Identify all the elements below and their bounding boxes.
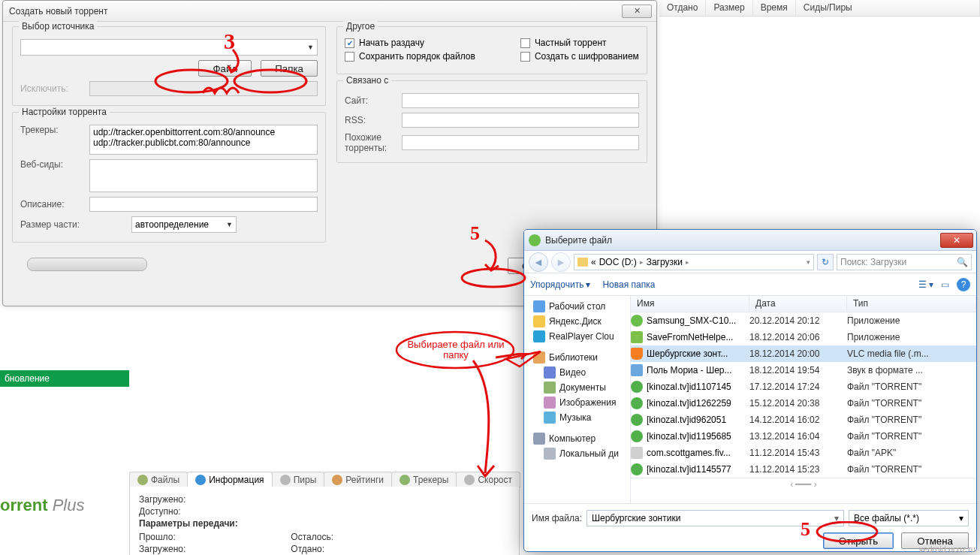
view-button[interactable]: ☰ ▾	[918, 279, 933, 290]
breadcrumb[interactable]: « DOC (D:) ▸ Загрузки ▸ ▾	[574, 254, 814, 270]
file-row[interactable]: [kinozal.tv]id96205114.12.2014 16:02Файл…	[631, 412, 976, 428]
tree-node[interactable]: Компьютер	[526, 431, 629, 446]
file-row[interactable]: com.scottgames.fiv...11.12.2014 15:43Фай…	[631, 445, 976, 461]
exclude-label: Исключить:	[20, 83, 83, 94]
tree-node[interactable]: Видео	[526, 365, 629, 380]
tab-trackers[interactable]: Трекеры	[391, 472, 457, 487]
folder-icon	[533, 315, 545, 327]
keep-order-label: Сохранить порядок файлов	[359, 51, 475, 62]
description-input[interactable]	[89, 197, 318, 212]
open-button[interactable]: Открыть	[823, 532, 894, 549]
file-icon	[631, 414, 643, 426]
file-row[interactable]: SaveFromNetHelpe...18.12.2014 20:06Прило…	[631, 329, 976, 345]
crumb-drive[interactable]: DOC (D:)	[599, 257, 637, 267]
crumb-folder[interactable]: Загрузки	[647, 257, 683, 267]
refresh-button[interactable]: ↻	[817, 254, 834, 270]
file-icon	[631, 447, 643, 459]
nav-forward-button[interactable]: ►	[551, 252, 571, 272]
dialog-title: Создать новый торрент	[3, 6, 107, 17]
col-time[interactable]: Время	[753, 0, 796, 16]
file-row[interactable]: Поль Мориа - Шер...18.12.2014 19:54Звук …	[631, 362, 976, 379]
encrypt-label: Создать с шифрованием	[535, 51, 639, 62]
files-icon	[137, 475, 148, 485]
dialog-titlebar: Создать новый торрент ✕	[3, 1, 656, 22]
close-icon[interactable]: ✕	[622, 5, 652, 18]
filetype-combo[interactable]: Все файлы (*.*)▾	[849, 510, 969, 526]
related-group: Связано с Сайт: RSS: Похожие торренты:	[336, 80, 647, 163]
arrange-button[interactable]: Упорядочить ▾	[530, 279, 590, 290]
file-icon	[631, 315, 643, 327]
file-row[interactable]: [kinozal.tv]id114557711.12.2014 15:23Фай…	[631, 461, 976, 478]
col-date[interactable]: Дата	[749, 296, 847, 312]
site-label: Сайт:	[345, 95, 396, 106]
start-seed-label: Начать раздачу	[359, 38, 424, 48]
start-seed-checkbox[interactable]	[345, 38, 354, 48]
info-dl2: Загружено:	[139, 544, 185, 554]
file-list: Имя Дата Тип Samsung_SMX-C10...20.12.201…	[631, 296, 976, 503]
tree-node[interactable]: Библиотеки	[526, 350, 629, 365]
info-transfer-title: Параметры передачи:	[139, 518, 510, 529]
filename-input[interactable]: Шербургские зонтики▾	[586, 510, 844, 526]
tab-ratings[interactable]: Рейтинги	[324, 472, 392, 487]
folder-tree[interactable]: Рабочий столЯндекс.ДискRealPlayer ClouБи…	[524, 296, 631, 503]
tree-node[interactable]: RealPlayer Clou	[526, 329, 629, 344]
file-row[interactable]: [kinozal.tv]id110714517.12.2014 17:24Фай…	[631, 379, 976, 395]
private-label: Частный торрент	[535, 38, 607, 48]
file-row[interactable]: [kinozal.tv]id126225915.12.2014 20:38Фай…	[631, 395, 976, 412]
create-progress	[27, 258, 147, 271]
col-name[interactable]: Имя	[631, 296, 749, 312]
new-folder-button[interactable]: Новая папка	[602, 279, 655, 290]
choose-file-button[interactable]: Файл	[198, 60, 252, 77]
file-row[interactable]: Samsung_SMX-C10...20.12.2014 20:12Прилож…	[631, 312, 976, 329]
piece-size-combo[interactable]: автоопределение ▼	[131, 216, 237, 233]
col-seeds[interactable]: Сиды/Пиры	[796, 0, 980, 16]
folder-icon	[533, 351, 545, 363]
col-type[interactable]: Тип	[847, 296, 976, 312]
scroll-indicator[interactable]: ‹ ━━━ ›	[631, 478, 976, 490]
folder-icon	[544, 412, 556, 424]
site-input[interactable]	[402, 93, 639, 108]
chevron-down-icon[interactable]: ▾	[807, 258, 810, 266]
detail-tabs: Файлы Информация Пиры Рейтинги Трекеры С…	[129, 472, 520, 488]
tree-node[interactable]: Документы	[526, 380, 629, 395]
file-icon	[631, 364, 643, 376]
source-combo[interactable]: ▼	[20, 39, 318, 56]
tree-node[interactable]: Музыка	[526, 410, 629, 425]
file-row[interactable]: Шербургские зонт...18.12.2014 20:00VLC m…	[631, 345, 976, 362]
file-row[interactable]: [kinozal.tv]id119568513.12.2014 16:04Фай…	[631, 428, 976, 445]
tree-node[interactable]: Локальный ди	[526, 446, 629, 461]
file-icon	[631, 381, 643, 393]
chevron-right-icon: ▸	[686, 258, 689, 266]
col-size[interactable]: Размер	[706, 0, 752, 16]
chevron-down-icon[interactable]: ▾	[834, 513, 839, 523]
nav-back-button[interactable]: ◄	[529, 252, 548, 272]
keep-order-checkbox[interactable]	[345, 52, 354, 62]
settings-group-title: Настройки торрента	[19, 107, 110, 117]
rss-input[interactable]	[402, 113, 639, 128]
info-remain: Осталось:	[291, 532, 333, 542]
close-icon[interactable]: ✕	[940, 233, 973, 248]
tab-info[interactable]: Информация	[187, 472, 272, 487]
private-checkbox[interactable]	[520, 38, 530, 48]
update-tab[interactable]: бновление	[0, 370, 129, 387]
info-downloaded: Загружено:	[139, 494, 510, 505]
tree-node[interactable]: Изображения	[526, 395, 629, 410]
similar-input[interactable]	[402, 135, 639, 150]
webseeds-input[interactable]	[89, 159, 318, 192]
peers-icon	[280, 475, 291, 485]
svg-point-3	[397, 332, 514, 368]
col-given[interactable]: Отдано	[659, 0, 706, 16]
crumb-back[interactable]: «	[591, 257, 596, 267]
encrypt-checkbox[interactable]	[520, 52, 530, 62]
help-icon[interactable]: ?	[957, 278, 970, 291]
tree-node[interactable]: Яндекс.Диск	[526, 314, 629, 329]
tree-node[interactable]: Рабочий стол	[526, 299, 629, 314]
trackers-input[interactable]: udp://tracker.openbittorrent.com:80/anno…	[89, 125, 318, 155]
search-input[interactable]: Поиск: Загрузки 🔍	[837, 254, 972, 270]
tab-peers[interactable]: Пиры	[272, 472, 325, 487]
choose-folder-button[interactable]: Папка	[261, 60, 318, 77]
preview-button[interactable]: ▭	[941, 279, 949, 290]
tab-files[interactable]: Файлы	[129, 472, 188, 487]
tab-speed[interactable]: Скорост	[456, 472, 520, 487]
source-group-title: Выбор источника	[19, 21, 97, 32]
